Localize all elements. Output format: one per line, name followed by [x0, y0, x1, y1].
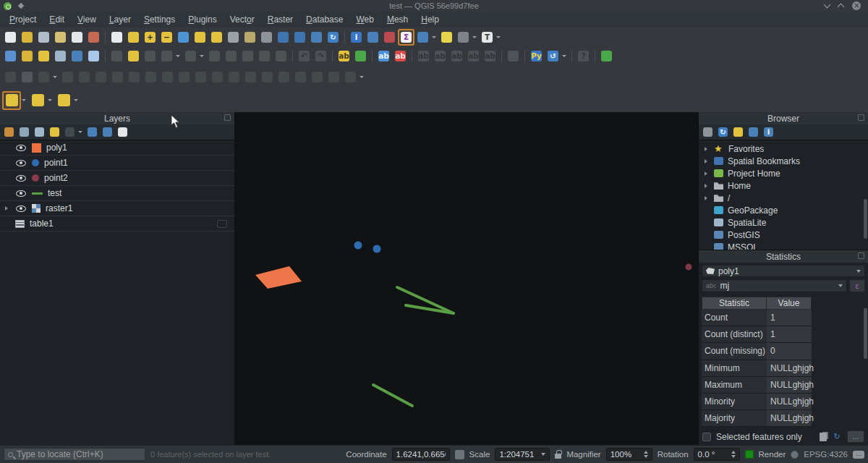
manage-map-themes-icon[interactable] — [32, 125, 47, 140]
modify-attributes-dropdown[interactable] — [200, 55, 204, 57]
layer-row-test[interactable]: test — [0, 186, 234, 201]
delete-part-icon[interactable] — [192, 69, 209, 85]
spin-arrows-icon[interactable] — [644, 451, 648, 459]
search-tool-dropdown[interactable] — [472, 36, 477, 38]
offset-curve-icon[interactable] — [226, 69, 242, 85]
copy-features-icon[interactable] — [256, 48, 273, 64]
help-contents-icon[interactable]: ? — [575, 48, 592, 64]
collapse-all-browser-icon[interactable] — [746, 125, 761, 140]
metasearch-icon[interactable] — [505, 48, 522, 64]
layer-row-point2[interactable]: point2 — [0, 171, 234, 186]
messages-icon[interactable]: … — [853, 451, 864, 459]
new-spatialite-layer-icon[interactable] — [52, 48, 69, 64]
selected-features-only-checkbox[interactable] — [702, 433, 711, 441]
multi-edit-attributes-icon[interactable] — [206, 48, 223, 64]
open-layer-styling-panel-icon[interactable] — [1, 125, 17, 140]
browser-item-mssql[interactable]: MSSQL — [699, 241, 868, 250]
copy-move-feature-icon[interactable] — [76, 69, 93, 85]
expand-arrow-icon[interactable] — [705, 196, 707, 200]
menu-plugins[interactable]: Plugins — [182, 12, 223, 27]
move-label-icon[interactable]: ab — [465, 48, 482, 64]
redo-icon[interactable]: ↷ — [312, 48, 329, 64]
browser-item-spatial-bookmarks[interactable]: Spatial Bookmarks — [699, 155, 868, 167]
render-checkbox[interactable] — [745, 450, 754, 459]
menu-mesh[interactable]: Mesh — [380, 12, 414, 27]
layer-labeling-options-icon[interactable]: ab — [336, 48, 352, 64]
field-calculator-icon[interactable] — [381, 29, 398, 46]
browser-item-spatialite[interactable]: SpatiaLite — [699, 216, 868, 229]
collapse-all-icon[interactable] — [100, 125, 115, 140]
deselect-features-all-layers-dropdown[interactable] — [74, 99, 78, 101]
select-features-by-expression-icon[interactable] — [28, 91, 47, 110]
open-project-icon[interactable] — [19, 29, 35, 46]
zoom-to-layer-icon[interactable] — [208, 29, 225, 46]
move-feature-icon[interactable] — [59, 69, 76, 85]
browser-item-home[interactable]: Home — [699, 179, 868, 192]
menu-vector[interactable]: Vector — [224, 12, 261, 27]
select-features-icon[interactable] — [2, 91, 21, 110]
menu-raster[interactable]: Raster — [261, 12, 299, 27]
pin-unpin-labels-icon[interactable]: ab — [432, 48, 448, 64]
show-spatial-bookmarks-icon[interactable] — [292, 29, 308, 46]
add-vector-layer-icon[interactable] — [85, 48, 102, 64]
statistics-layer-combo[interactable]: poly1 — [702, 265, 865, 277]
locate-input[interactable] — [17, 449, 141, 459]
vertex-tool-icon[interactable] — [158, 48, 175, 64]
deselect-features-all-layers-icon[interactable] — [54, 91, 73, 110]
locate-box[interactable] — [4, 448, 145, 461]
layer-visibility-eye-icon[interactable] — [15, 158, 27, 169]
properties-widget-icon[interactable]: i — [761, 125, 776, 140]
zoom-in-icon[interactable]: + — [142, 29, 158, 46]
maximize-button[interactable] — [838, 4, 845, 11]
browser-item-postgis[interactable]: PostGIS — [699, 229, 868, 241]
select-features-dropdown[interactable] — [22, 99, 26, 101]
extents-tracking-icon[interactable] — [455, 450, 464, 459]
statistics-panel-dock-icon[interactable] — [858, 252, 864, 259]
browser-scrollbar-thumb[interactable] — [864, 199, 867, 239]
plugin-manager-icon[interactable]: ↺ — [545, 48, 561, 64]
show-layout-manager-icon[interactable] — [69, 29, 85, 46]
vertex-tool-dropdown[interactable] — [176, 55, 180, 57]
layer-visibility-eye-icon[interactable] — [15, 143, 27, 153]
measure-line-icon[interactable] — [414, 29, 431, 46]
label-options-blue-icon[interactable]: ab — [375, 48, 392, 64]
browser-item-geopackage[interactable]: GeoPackage — [699, 204, 868, 216]
layers-panel-dock-icon[interactable] — [224, 114, 231, 121]
pan-map-icon[interactable] — [109, 29, 125, 46]
save-project-icon[interactable] — [35, 29, 52, 46]
refresh-statistics-icon[interactable]: ↻ — [832, 432, 842, 442]
flag-constraints-dropdown[interactable] — [359, 76, 364, 78]
zoom-full-extent-icon[interactable] — [175, 29, 192, 46]
flag-constraints-icon[interactable] — [342, 69, 359, 85]
menu-database[interactable]: Database — [299, 12, 349, 27]
cut-features-icon[interactable] — [239, 48, 256, 64]
statistics-scrollbar-thumb[interactable] — [864, 308, 867, 359]
undo-icon[interactable]: ↶ — [296, 48, 312, 64]
spin-arrows-icon[interactable] — [731, 451, 736, 459]
merge-attributes-icon[interactable] — [292, 69, 309, 85]
filter-legend-by-expression-icon[interactable] — [62, 125, 77, 140]
browser-item-project-home[interactable]: Project Home — [699, 167, 868, 179]
copy-statistics-icon[interactable] — [820, 433, 827, 441]
expand-arrow-icon[interactable] — [705, 159, 707, 163]
change-label-icon[interactable]: ab — [482, 48, 498, 64]
layer-row-raster1[interactable]: raster1 — [0, 201, 234, 216]
db-manager-icon[interactable] — [598, 48, 615, 64]
style-manager-icon[interactable] — [85, 29, 102, 46]
add-selected-layers-icon[interactable] — [700, 125, 715, 140]
tracing-icon[interactable] — [2, 69, 19, 85]
expand-arrow-icon[interactable] — [705, 147, 707, 151]
lock-scale-icon[interactable] — [555, 454, 561, 459]
zoom-last-icon[interactable] — [242, 29, 258, 46]
browser-panel-dock-icon[interactable] — [858, 114, 864, 121]
layer-visibility-eye-icon[interactable] — [15, 188, 27, 199]
search-tool-icon[interactable] — [455, 29, 472, 46]
reshape-features-icon[interactable] — [209, 69, 226, 85]
minimize-button[interactable] — [824, 1, 831, 9]
zoom-next-icon[interactable] — [258, 29, 275, 46]
fill-ring-icon[interactable] — [159, 69, 176, 85]
zoom-native-resolution-icon[interactable] — [225, 29, 242, 46]
map-canvas[interactable] — [235, 112, 698, 445]
measure-line-dropdown[interactable] — [432, 36, 436, 38]
menu-layer[interactable]: Layer — [103, 12, 137, 27]
